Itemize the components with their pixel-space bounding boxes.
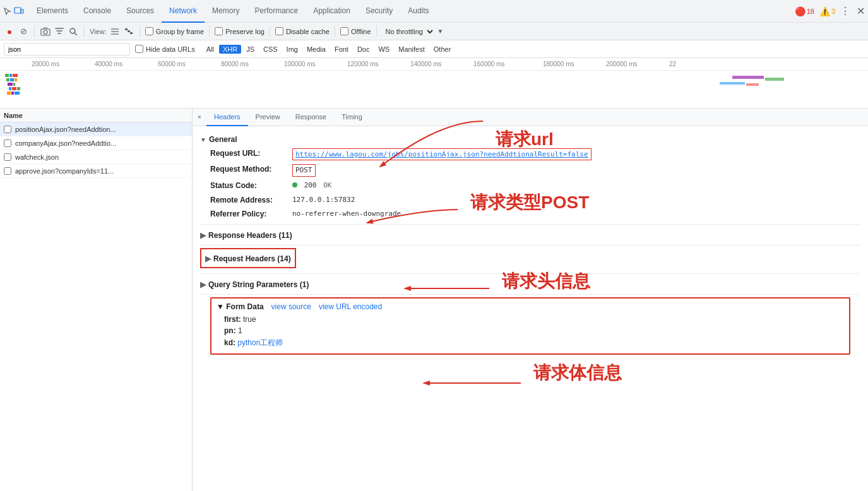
throttle-select[interactable]: No throttling xyxy=(382,27,435,36)
tick-5: 100000 ms xyxy=(284,61,315,68)
offline-checkbox[interactable]: Offline xyxy=(340,27,371,35)
camera-button[interactable] xyxy=(40,26,51,37)
query-string-arrow-icon: ▶ xyxy=(200,280,206,289)
devtools-icons xyxy=(3,6,29,16)
tab-bar-right: 🔴 18 ⚠️ 3 ⋮ ✕ xyxy=(795,6,865,16)
form-data-val-2: 1 xyxy=(238,326,242,335)
throttle-arrow-icon[interactable]: ▼ xyxy=(437,28,444,35)
tab-application[interactable]: Application xyxy=(306,0,358,23)
request-headers-section[interactable]: ▶ Request Headers (14) xyxy=(200,248,296,268)
filter-css[interactable]: CSS xyxy=(259,45,282,54)
requests-header: Name xyxy=(0,109,192,122)
svg-rect-1 xyxy=(21,9,23,13)
svg-rect-9 xyxy=(125,28,128,30)
detail-tab-response[interactable]: Response xyxy=(288,109,335,126)
view-label: View: xyxy=(90,28,107,35)
responsive-icon[interactable] xyxy=(14,6,24,16)
waterfall-view-icon[interactable] xyxy=(123,26,134,37)
toolbar-sep-3 xyxy=(140,26,140,37)
toolbar-sep-2 xyxy=(84,26,85,37)
hide-data-urls-checkbox[interactable]: Hide data URLs xyxy=(135,45,195,53)
request-item-2[interactable]: companyAjax.json?needAddtio... xyxy=(0,136,192,150)
filter-all[interactable]: All xyxy=(203,45,218,54)
preserve-log-checkbox[interactable]: Preserve log xyxy=(215,27,265,35)
warn-badge: ⚠️ 3 xyxy=(819,6,835,16)
filter-button[interactable] xyxy=(54,26,65,37)
view-source-link[interactable]: view source xyxy=(271,302,311,311)
referrer-policy-row: Referrer Policy: no-referrer-when-downgr… xyxy=(200,207,860,222)
request-url-value[interactable]: https://www.lagou.com/jobs/positionAjax.… xyxy=(292,148,592,160)
group-by-frame-checkbox[interactable]: Group by frame xyxy=(145,27,204,35)
filter-bar: Hide data URLs All XHR JS CSS Img Media … xyxy=(0,40,868,58)
detail-tab-preview[interactable]: Preview xyxy=(248,109,288,126)
tab-elements[interactable]: Elements xyxy=(29,0,76,23)
tab-console[interactable]: Console xyxy=(76,0,119,23)
search-button[interactable] xyxy=(68,26,79,37)
detail-close-button[interactable]: × xyxy=(195,113,204,122)
request-item-3[interactable]: wafcheck.json xyxy=(0,150,192,164)
stop-button[interactable]: ⊘ xyxy=(18,26,29,37)
form-data-row-2: pn: 1 xyxy=(217,325,844,336)
referrer-policy-value: no-referrer-when-downgrade xyxy=(292,209,401,218)
request-method-row: Request Method: POST xyxy=(200,162,860,178)
request-method-value: POST xyxy=(292,164,316,176)
tick-6: 120000 ms xyxy=(347,61,378,68)
filter-img[interactable]: Img xyxy=(283,45,302,54)
filter-type-buttons: All XHR JS CSS Img Media Font Doc WS Man… xyxy=(203,45,455,54)
tick-4: 80000 ms xyxy=(221,61,249,68)
tick-10: 200000 ms xyxy=(606,61,637,68)
divider-4 xyxy=(200,294,860,295)
tab-network[interactable]: Network xyxy=(162,0,205,23)
detail-tab-timing[interactable]: Timing xyxy=(334,109,370,126)
response-headers-section[interactable]: ▶ Response Headers (11) xyxy=(200,227,860,242)
filter-other[interactable]: Other xyxy=(430,45,455,54)
timeline-ruler: 20000 ms 40000 ms 60000 ms 80000 ms 1000… xyxy=(0,58,868,71)
filter-font[interactable]: Font xyxy=(331,45,352,54)
response-headers-arrow-icon: ▶ xyxy=(200,231,206,240)
status-code-value: 200 OK xyxy=(292,180,331,190)
divider-1 xyxy=(200,224,860,225)
toolbar-sep-6 xyxy=(335,26,335,37)
tab-sources[interactable]: Sources xyxy=(119,0,162,23)
cursor-icon[interactable] xyxy=(3,6,13,16)
more-options-icon[interactable]: ⋮ xyxy=(840,6,850,16)
error-badge: 🔴 18 xyxy=(795,6,814,16)
list-view-icon[interactable] xyxy=(109,26,121,37)
query-string-section[interactable]: ▶ Query String Parameters (1) xyxy=(200,276,860,292)
filter-ws[interactable]: WS xyxy=(374,45,393,54)
svg-line-5 xyxy=(74,33,77,35)
disable-cache-checkbox[interactable]: Disable cache xyxy=(275,27,330,35)
close-icon[interactable]: ✕ xyxy=(855,6,865,16)
filter-xhr[interactable]: XHR xyxy=(219,45,241,54)
svg-point-4 xyxy=(70,28,75,33)
request-item-4[interactable]: approve.json?companyIds=11... xyxy=(0,164,192,178)
filter-input[interactable] xyxy=(4,43,130,56)
general-section-header[interactable]: ▼ General xyxy=(200,131,860,146)
request-item-1[interactable]: positionAjax.json?needAddtion... xyxy=(0,122,192,136)
detail-tab-headers[interactable]: Headers xyxy=(206,109,248,126)
tick-11: 22 xyxy=(669,61,676,68)
remote-address-row: Remote Address: 127.0.0.1:57832 xyxy=(200,193,860,208)
form-data-val-1: true xyxy=(243,315,256,324)
svg-rect-0 xyxy=(15,8,21,13)
tab-audits[interactable]: Audits xyxy=(400,0,436,23)
tab-security[interactable]: Security xyxy=(358,0,400,23)
form-data-title[interactable]: ▼ Form Data xyxy=(217,302,264,311)
filter-manifest[interactable]: Manifest xyxy=(395,45,429,54)
svg-rect-11 xyxy=(130,32,133,34)
requests-panel: Name positionAjax.json?needAddtion... co… xyxy=(0,109,193,491)
status-code-row: Status Code: 200 OK xyxy=(200,179,860,193)
request-headers-inner[interactable]: ▶ Request Headers (14) xyxy=(205,251,291,266)
form-data-section: ▼ Form Data view source view URL encoded… xyxy=(210,297,850,355)
filter-js[interactable]: JS xyxy=(242,45,258,54)
request-headers-arrow-icon: ▶ xyxy=(205,254,211,263)
toolbar-sep-5 xyxy=(270,26,270,37)
tick-2: 40000 ms xyxy=(95,61,122,68)
form-data-row-1: first: true xyxy=(217,314,844,325)
filter-media[interactable]: Media xyxy=(303,45,330,54)
view-url-encoded-link[interactable]: view URL encoded xyxy=(319,302,382,311)
tab-performance[interactable]: Performance xyxy=(247,0,306,23)
tab-memory[interactable]: Memory xyxy=(205,0,247,23)
filter-doc[interactable]: Doc xyxy=(354,45,374,54)
record-button[interactable]: ● xyxy=(4,26,15,37)
